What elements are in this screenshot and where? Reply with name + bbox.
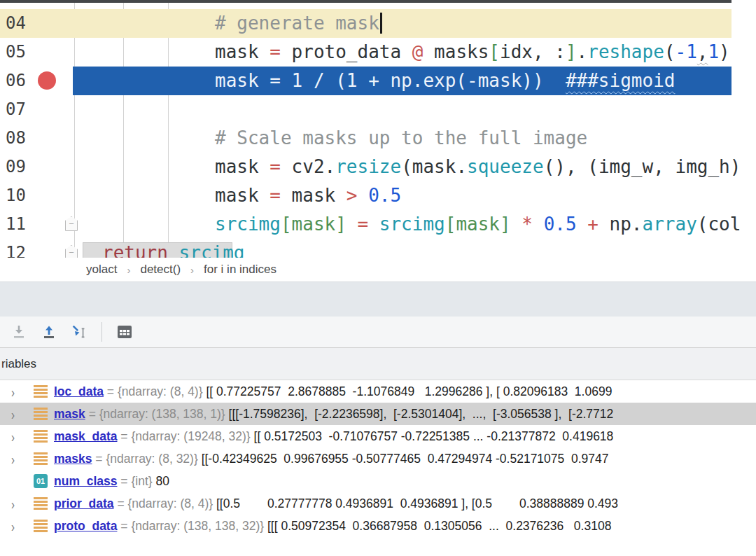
text-caret xyxy=(380,13,382,34)
variable-row[interactable]: ›mask = {ndarray: (138, 138, 1)} [[[-1.7… xyxy=(0,403,756,425)
debugger-tab-band xyxy=(0,282,756,317)
variable-value: 80 xyxy=(155,474,169,489)
variable-row[interactable]: ›masks = {ndarray: (8, 32)} [[-0.4234962… xyxy=(0,447,756,470)
code-text: # Scale masks up to the full image xyxy=(0,124,756,153)
variables-list: ›loc_data = {ndarray: (8, 4)} [[ 0.77225… xyxy=(0,380,756,537)
code-line[interactable]: 11–srcimg[mask] = srcimg[mask] * 0.5 + n… xyxy=(0,210,756,239)
expand-chevron-icon[interactable]: › xyxy=(11,496,24,511)
breadcrumb-item-file[interactable]: yolact xyxy=(86,263,117,277)
variable-name[interactable]: prior_data xyxy=(54,496,114,511)
variable-name[interactable]: loc_data xyxy=(54,384,104,399)
variables-toolbar xyxy=(0,317,756,348)
view-as-grid-icon[interactable] xyxy=(115,323,134,341)
variables-panel-label-text: riables xyxy=(1,357,36,371)
variable-name[interactable]: num_class xyxy=(54,474,117,489)
line-number: 07 xyxy=(6,95,26,124)
variable-name[interactable]: masks xyxy=(54,452,92,466)
chevron-right-icon: › xyxy=(127,264,130,276)
code-line[interactable]: 10mask = mask > 0.5 xyxy=(0,181,756,210)
variable-value: [[ 0.5172503 -0.71076757 -0.72251385 ...… xyxy=(254,429,614,444)
breadcrumb-item-function[interactable]: detect() xyxy=(140,263,181,277)
variable-type: = {ndarray: (19248, 32)} xyxy=(117,429,253,444)
chevron-right-icon: › xyxy=(190,264,194,276)
variable-name[interactable]: mask xyxy=(54,407,85,422)
code-lines: 04# generate mask05mask = proto_data @ m… xyxy=(0,9,756,258)
breadcrumb-item-loop[interactable]: for i in indices xyxy=(204,263,276,277)
variable-type: = {ndarray: (8, 4)} xyxy=(104,384,206,399)
code-line[interactable]: 07 xyxy=(0,95,756,124)
code-line[interactable]: 05mask = proto_data @ masks[idx, :].resh… xyxy=(0,38,756,67)
ide-debug-screen: 04# generate mask05mask = proto_data @ m… xyxy=(0,0,756,556)
variable-type: = {ndarray: (138, 138, 1)} xyxy=(85,407,229,422)
editor-gutter[interactable]: 07 xyxy=(0,95,73,124)
editor-top-border xyxy=(0,0,732,3)
variable-type: = {ndarray: (138, 138, 32)} xyxy=(117,519,267,534)
breadcrumb: yolact › detect() › for i in indices xyxy=(0,258,756,282)
variable-row[interactable]: ›loc_data = {ndarray: (8, 4)} [[ 0.77225… xyxy=(0,380,756,403)
expand-chevron-icon[interactable]: › xyxy=(11,451,24,466)
code-line[interactable]: 08# Scale masks up to the full image xyxy=(0,124,756,153)
variable-row[interactable]: 01num_class = {int} 80 xyxy=(0,470,756,492)
code-text: # generate mask xyxy=(0,9,756,38)
variable-name[interactable]: proto_data xyxy=(54,519,117,534)
variable-type: = {int} xyxy=(117,474,155,489)
code-editor[interactable]: 04# generate mask05mask = proto_data @ m… xyxy=(0,0,756,258)
expand-chevron-icon[interactable]: › xyxy=(11,429,24,444)
expand-chevron-icon[interactable]: › xyxy=(11,384,24,399)
variable-row[interactable]: ›mask_data = {ndarray: (19248, 32)} [[ 0… xyxy=(0,425,756,447)
variable-value: [[-0.42349625 0.99676955 -0.50777465 0.4… xyxy=(202,452,609,466)
code-text: mask = cv2.resize(mask.squeeze(), (img_w… xyxy=(0,153,756,181)
variable-value: [[ 0.77225757 2.8678885 -1.1076849 1.299… xyxy=(206,384,612,399)
int-variable-icon: 01 xyxy=(34,474,48,488)
jump-to-caret-icon[interactable] xyxy=(70,323,88,341)
ndarray-variable-icon xyxy=(34,430,48,443)
variable-value: [[[-1.7598236], [-2.2236598], [-2.530140… xyxy=(229,407,614,422)
code-line[interactable]: 04# generate mask xyxy=(0,9,756,38)
upload-icon[interactable] xyxy=(40,323,58,341)
code-text: mask = 1 / (1 + np.exp(-mask)) ###sigmoi… xyxy=(0,67,756,95)
code-text: return srcimg xyxy=(0,239,756,258)
download-icon[interactable] xyxy=(10,323,28,341)
variable-name[interactable]: mask_data xyxy=(54,429,117,444)
variable-type: = {ndarray: (8, 32)} xyxy=(92,452,202,466)
ndarray-variable-icon xyxy=(34,408,48,420)
code-line[interactable]: 06mask = 1 / (1 + np.exp(-mask)) ###sigm… xyxy=(0,67,756,95)
ndarray-variable-icon xyxy=(34,385,48,398)
code-line[interactable]: 12–return srcimg xyxy=(0,239,756,258)
code-text: mask = mask > 0.5 xyxy=(0,181,756,210)
variable-value: [[[ 0.50972354 0.36687958 0.1305056 ... … xyxy=(267,519,611,534)
toolbar-separator xyxy=(102,322,102,342)
code-line[interactable]: 09mask = cv2.resize(mask.squeeze(), (img… xyxy=(0,153,756,181)
variable-value: [[0.5 0.27777778 0.4936891 0.4936891 ], … xyxy=(216,496,618,511)
expand-chevron-icon[interactable]: › xyxy=(11,518,24,534)
ndarray-variable-icon xyxy=(34,452,48,465)
ndarray-variable-icon xyxy=(34,520,48,532)
expand-chevron-icon[interactable]: › xyxy=(11,406,24,422)
variable-row[interactable]: ›prior_data = {ndarray: (8, 4)} [[0.5 0.… xyxy=(0,492,756,515)
variables-panel-label: riables xyxy=(0,348,756,380)
variable-type: = {ndarray: (8, 4)} xyxy=(114,496,216,511)
code-text: mask = proto_data @ masks[idx, :].reshap… xyxy=(0,38,756,67)
variable-row[interactable]: ›proto_data = {ndarray: (138, 138, 32)} … xyxy=(0,515,756,537)
ndarray-variable-icon xyxy=(34,497,48,510)
code-text: srcimg[mask] = srcimg[mask] * 0.5 + np.a… xyxy=(0,210,756,239)
